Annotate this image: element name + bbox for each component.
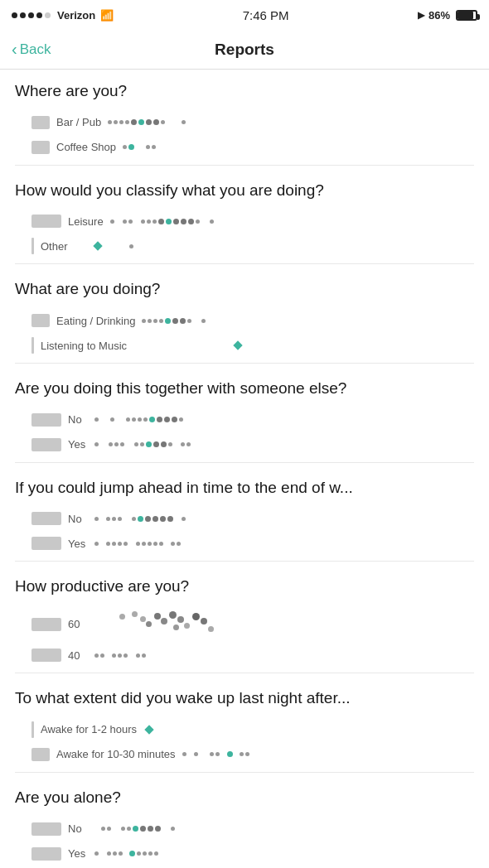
back-label: Back [20,41,51,58]
bar-indicator [31,822,61,836]
bar-indicator [31,649,61,662]
list-item: No [15,506,474,531]
status-left: Verizon 📶 [12,9,114,22]
list-item: Listening to Music [15,333,474,358]
section-alone: Are you alone? No [0,776,489,868]
bar-indicator [31,314,50,327]
row-label: Awake for 1-2 hours [41,723,137,735]
teal-marker [144,725,153,734]
list-item: Awake for 1-2 hours [15,717,474,742]
list-item: No [15,407,474,432]
bar-indicator [31,215,61,228]
bar-indicator [31,847,61,861]
content-area: Where are you? Bar / Pub [0,70,489,868]
row-label: Awake for 10-30 minutes [56,748,176,760]
dot-visualization [88,653,474,658]
list-item: 60 [15,605,474,643]
row-label: No [68,822,82,835]
dot-visualization [127,342,474,349]
dot-visualization [88,826,474,832]
section-jump-ahead: If you could jump ahead in time to the e… [0,466,489,566]
dot-visualization [139,726,474,733]
bar-indicator [31,337,34,354]
bar-indicator [31,238,34,254]
question-what-doing: What are you doing? [15,279,474,300]
bar-indicator [31,618,61,631]
question-wake-up: To what extent did you wake up last nigh… [15,688,474,709]
bar-indicator [31,438,61,451]
section-where-are-you: Where are you? Bar / Pub [0,70,489,169]
dot-visualization [104,219,474,224]
question-together: Are you doing this together with someone… [15,379,474,399]
list-item: Yes [15,531,474,556]
bar-indicator [31,512,61,525]
location-icon: ▶ [418,10,424,21]
dot-visualization [88,243,474,249]
list-item: Other [15,234,474,258]
list-item: No [15,817,474,841]
section-wake-up: To what extent did you wake up last nigh… [0,677,489,776]
teal-marker [93,242,102,251]
bar-indicator [31,721,34,738]
list-item: Eating / Drinking [15,308,474,333]
section-together: Are you doing this together with someone… [0,367,489,466]
status-time: 7:46 PM [243,8,289,22]
dot-visualization [88,851,474,856]
section-what-doing: What are you doing? Eating / Drinking [0,268,489,367]
dot-visualization [88,441,474,447]
battery-percent: 86% [428,9,450,22]
row-label: Yes [68,847,85,860]
bar-indicator [31,116,50,129]
row-label: 40 [68,649,80,662]
row-label: Yes [68,538,85,550]
row-label: Other [41,240,68,253]
list-item: 40 [15,643,474,668]
wifi-icon: 📶 [100,9,114,22]
page-title: Reports [215,41,274,59]
row-label: Leisure [68,215,104,228]
teal-marker [233,340,242,350]
bar-indicator [31,748,50,761]
list-item: Yes [15,841,474,866]
row-label: No [68,413,82,426]
row-label: Eating / Drinking [56,315,135,327]
question-jump-ahead: If you could jump ahead in time to the e… [15,478,474,499]
battery-icon [456,10,477,21]
dot-visualization [176,751,474,757]
list-item: Leisure [15,209,474,234]
row-label: Coffee Shop [56,141,116,153]
dot-visualization [88,542,474,546]
bar-indicator [31,413,61,427]
section-classify: How would you classify what you are doin… [0,169,489,268]
dot-visualization [101,119,474,125]
signal-dots [12,12,51,18]
row-label: Listening to Music [41,340,127,352]
dot-visualization [116,144,474,150]
bar-indicator [31,537,61,550]
status-right: ▶ 86% [418,9,477,22]
question-alone: Are you alone? [15,788,474,808]
bar-indicator [31,141,50,154]
section-productive: How productive are you? 60 [0,565,489,677]
dot-visualization [88,610,474,639]
dot-visualization [88,516,474,522]
back-chevron-icon: ‹ [12,41,17,57]
question-where-are-you: Where are you? [15,81,474,102]
row-label: Yes [68,438,85,451]
list-item: Coffee Shop [15,135,474,160]
list-item: Yes [15,432,474,457]
dot-visualization [88,417,474,422]
nav-bar: ‹ Back Reports [0,30,489,70]
row-label: Bar / Pub [56,116,101,128]
status-bar: Verizon 📶 7:46 PM ▶ 86% [0,0,489,30]
row-label: No [68,513,82,525]
back-button[interactable]: ‹ Back [12,41,51,58]
list-item: Bar / Pub [15,110,474,135]
dot-visualization [135,318,474,324]
question-classify: How would you classify what you are doin… [15,181,474,201]
row-label: 60 [68,618,80,630]
question-productive: How productive are you? [15,576,474,597]
list-item: Awake for 10-30 minutes [15,742,474,767]
carrier-label: Verizon [57,9,95,22]
